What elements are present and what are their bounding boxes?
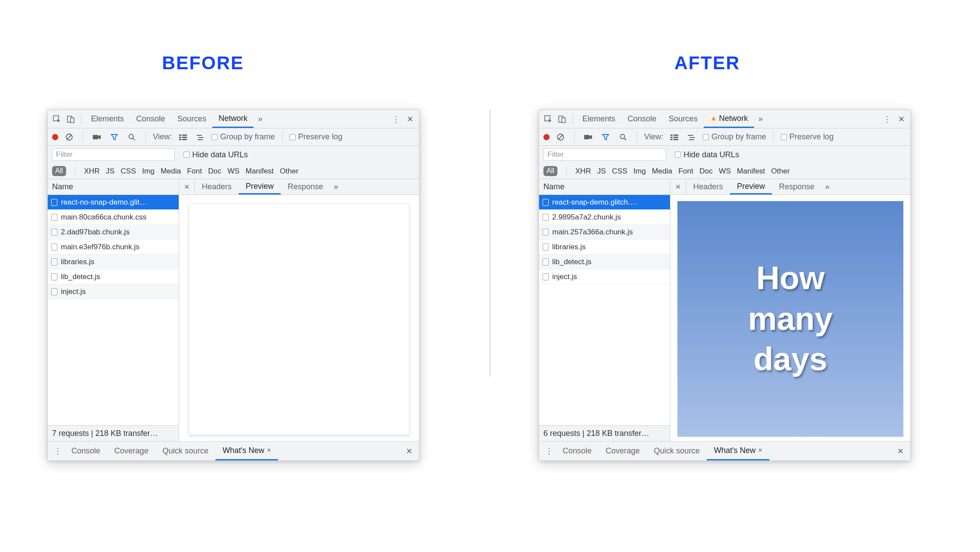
close-devtools-icon[interactable]: ✕ — [895, 113, 908, 126]
kebab-menu-icon[interactable]: ⋮ — [881, 113, 894, 126]
drawer-menu-icon[interactable]: ⋮ — [543, 445, 556, 458]
type-img[interactable]: Img — [634, 167, 646, 176]
tab-network[interactable]: Network — [212, 110, 254, 128]
search-icon[interactable] — [125, 131, 138, 144]
request-row[interactable]: inject.js — [48, 284, 179, 299]
camera-icon[interactable] — [90, 131, 103, 144]
type-xhr[interactable]: XHR — [84, 167, 100, 176]
request-row[interactable]: main.e3ef976b.chunk.js — [48, 240, 179, 255]
record-button[interactable] — [52, 134, 58, 140]
inspect-icon[interactable] — [50, 113, 63, 126]
group-by-frame-toggle[interactable]: Group by frame — [212, 132, 275, 142]
close-drawer-icon[interactable]: ✕ — [402, 445, 416, 458]
filter-input[interactable]: Filter — [52, 149, 175, 161]
detail-tab-response[interactable]: Response — [772, 179, 821, 195]
tab-elements[interactable]: Elements — [85, 110, 130, 128]
more-detail-tabs-icon[interactable]: » — [821, 182, 833, 191]
request-row[interactable]: main.80ca66ca.chunk.css — [48, 210, 179, 225]
type-other[interactable]: Other — [771, 167, 790, 176]
type-media[interactable]: Media — [652, 167, 672, 176]
tab-sources[interactable]: Sources — [663, 110, 704, 128]
type-js[interactable]: JS — [106, 167, 115, 176]
record-button[interactable] — [543, 134, 550, 140]
clear-icon[interactable] — [63, 131, 76, 144]
drawer-tab-quick-source[interactable]: Quick source — [647, 442, 707, 460]
large-rows-icon[interactable] — [668, 131, 681, 144]
type-ws[interactable]: WS — [227, 167, 239, 176]
type-css[interactable]: CSS — [612, 167, 627, 176]
detail-tab-preview[interactable]: Preview — [730, 179, 772, 195]
type-other[interactable]: Other — [280, 167, 299, 176]
drawer-menu-icon[interactable]: ⋮ — [51, 445, 64, 458]
clear-icon[interactable] — [554, 131, 567, 144]
close-detail-icon[interactable]: × — [670, 179, 686, 195]
filter-input[interactable]: Filter — [543, 149, 666, 161]
type-font[interactable]: Font — [187, 167, 202, 176]
request-row[interactable]: react-no-snap-demo.glit… — [48, 195, 179, 210]
overview-icon[interactable] — [194, 131, 207, 144]
type-all[interactable]: All — [543, 166, 557, 176]
preserve-log-toggle[interactable]: Preserve log — [781, 132, 834, 142]
inspect-icon[interactable] — [542, 113, 555, 126]
type-manifest[interactable]: Manifest — [737, 167, 765, 176]
group-by-frame-toggle[interactable]: Group by frame — [703, 132, 766, 142]
kebab-menu-icon[interactable]: ⋮ — [389, 113, 402, 126]
close-drawer-icon[interactable]: ✕ — [894, 445, 907, 458]
request-row[interactable]: main.257a366a.chunk.js — [539, 225, 670, 240]
request-row[interactable]: lib_detect.js — [48, 269, 179, 284]
type-doc[interactable]: Doc — [699, 167, 712, 176]
type-manifest[interactable]: Manifest — [246, 167, 274, 176]
filter-icon[interactable] — [108, 131, 121, 144]
filter-icon[interactable] — [599, 131, 612, 144]
search-icon[interactable] — [617, 131, 630, 144]
request-row[interactable]: lib_detect.js — [539, 255, 670, 269]
request-row[interactable]: inject.js — [539, 269, 670, 284]
detail-tab-headers[interactable]: Headers — [195, 179, 239, 195]
detail-tab-headers[interactable]: Headers — [686, 179, 730, 195]
name-column-header[interactable]: Name — [539, 179, 670, 195]
type-css[interactable]: CSS — [121, 167, 136, 176]
type-xhr[interactable]: XHR — [575, 167, 591, 176]
more-tabs-icon[interactable]: » — [755, 114, 766, 124]
drawer-tab-whats-new[interactable]: What's New× — [215, 442, 278, 460]
type-media[interactable]: Media — [161, 167, 181, 176]
hide-data-urls-toggle[interactable]: Hide data URLs — [675, 150, 739, 159]
overview-icon[interactable] — [685, 131, 698, 144]
drawer-tab-console[interactable]: Console — [64, 442, 107, 460]
request-row[interactable]: 2.dad97bab.chunk.js — [48, 225, 179, 240]
drawer-tab-coverage[interactable]: Coverage — [107, 442, 155, 460]
tab-console[interactable]: Console — [621, 110, 663, 128]
detail-tab-response[interactable]: Response — [281, 179, 330, 195]
request-row[interactable]: react-snap-demo.glitch.… — [539, 195, 670, 210]
type-ws[interactable]: WS — [719, 167, 730, 176]
close-devtools-icon[interactable]: ✕ — [403, 113, 416, 126]
name-column-header[interactable]: Name — [48, 179, 179, 195]
type-all[interactable]: All — [52, 166, 66, 176]
preserve-log-toggle[interactable]: Preserve log — [289, 132, 342, 142]
device-toggle-icon[interactable] — [556, 113, 569, 126]
request-row[interactable]: libraries.js — [48, 255, 179, 269]
close-tab-icon[interactable]: × — [267, 446, 271, 454]
more-detail-tabs-icon[interactable]: » — [330, 182, 342, 191]
drawer-tab-quick-source[interactable]: Quick source — [155, 442, 215, 460]
close-detail-icon[interactable]: × — [179, 179, 195, 195]
tab-console[interactable]: Console — [130, 110, 171, 128]
type-js[interactable]: JS — [597, 167, 606, 176]
tab-sources[interactable]: Sources — [171, 110, 212, 128]
type-doc[interactable]: Doc — [208, 167, 221, 176]
tab-network[interactable]: ▲Network — [704, 110, 754, 128]
drawer-tab-coverage[interactable]: Coverage — [599, 442, 647, 460]
drawer-tab-whats-new[interactable]: What's New× — [707, 442, 769, 460]
close-tab-icon[interactable]: × — [758, 446, 762, 454]
type-font[interactable]: Font — [678, 167, 693, 176]
request-row[interactable]: libraries.js — [539, 240, 670, 255]
detail-tab-preview[interactable]: Preview — [239, 179, 281, 195]
large-rows-icon[interactable] — [176, 131, 190, 144]
device-toggle-icon[interactable] — [64, 113, 78, 126]
hide-data-urls-toggle[interactable]: Hide data URLs — [183, 150, 248, 159]
drawer-tab-console[interactable]: Console — [556, 442, 599, 460]
request-row[interactable]: 2.9895a7a2.chunk.js — [539, 210, 670, 225]
type-img[interactable]: Img — [142, 167, 155, 176]
more-tabs-icon[interactable]: » — [254, 114, 266, 124]
tab-elements[interactable]: Elements — [576, 110, 621, 128]
